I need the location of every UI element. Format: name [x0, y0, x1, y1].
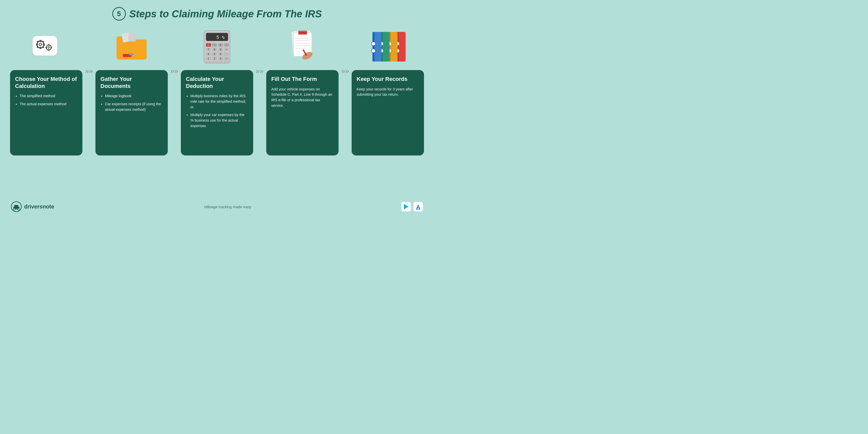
- svg-point-94: [17, 208, 19, 210]
- step-title-4: Fill Out The Form: [271, 75, 334, 83]
- content-area: Choose Your Method of Calculation The si…: [10, 26, 424, 197]
- svg-point-88: [371, 42, 375, 46]
- brand-area: driversnote: [11, 202, 54, 212]
- gear-icon: [30, 31, 63, 63]
- step-col-1: Choose Your Method of Calculation The si…: [10, 26, 82, 155]
- clipboard-icon: [286, 29, 319, 65]
- step-body-3: Multiply business miles by the IRS mile …: [186, 93, 248, 129]
- svg-rect-6: [36, 44, 38, 45]
- step-card-3: Calculate Your Deduction Multiply busine…: [181, 70, 253, 155]
- svg-text:6: 6: [220, 53, 221, 56]
- binders-icon: [368, 31, 407, 63]
- step-card-2: Gather Your Documents Mileage logbook Ca…: [95, 70, 168, 155]
- brand-name: driversnote: [24, 204, 54, 210]
- svg-text:8: 8: [214, 48, 215, 51]
- svg-rect-22: [129, 53, 134, 55]
- svg-rect-0: [32, 36, 58, 56]
- svg-rect-4: [40, 47, 41, 49]
- svg-text:5 %: 5 %: [216, 35, 224, 40]
- arrow-4: »»: [339, 26, 352, 74]
- step-card-4: Fill Out The Form Add your vehicle expen…: [266, 70, 339, 155]
- svg-text:=: =: [226, 57, 227, 60]
- icon-area-2: [115, 26, 148, 68]
- svg-rect-14: [48, 49, 49, 51]
- step-title-5: Keep Your Records: [356, 75, 419, 83]
- svg-text:5: 5: [214, 53, 215, 56]
- svg-rect-15: [51, 47, 52, 48]
- svg-text:C: C: [208, 44, 209, 46]
- svg-rect-16: [45, 47, 47, 48]
- svg-text:4: 4: [208, 53, 209, 56]
- svg-text:+: +: [226, 48, 227, 51]
- svg-rect-92: [14, 205, 18, 208]
- svg-text:×: ×: [220, 44, 221, 46]
- step-body-5: Keep your records for 3 years after subm…: [356, 87, 419, 98]
- arrow-3: »»: [253, 26, 266, 74]
- svg-text:3: 3: [220, 57, 221, 60]
- step-body-2: Mileage logbook Car expenses receipts (i…: [100, 93, 163, 112]
- svg-text:÷: ÷: [214, 44, 215, 46]
- step-number: 5: [117, 10, 121, 18]
- svg-rect-13: [48, 44, 49, 46]
- svg-text:2: 2: [214, 57, 215, 60]
- svg-rect-20: [128, 32, 136, 41]
- svg-text:9: 9: [220, 48, 221, 51]
- step-col-2: Gather Your Documents Mileage logbook Ca…: [95, 26, 168, 155]
- svg-text:−: −: [226, 44, 227, 46]
- svg-rect-44: [218, 61, 223, 63]
- step-card-5: Keep Your Records Keep your records for …: [352, 70, 424, 155]
- svg-point-89: [371, 49, 375, 53]
- svg-rect-45: [224, 61, 229, 63]
- app-icons: A: [401, 202, 423, 212]
- step-col-3: 5 %: [181, 26, 253, 155]
- svg-text:7: 7: [208, 48, 209, 51]
- app-store-icon[interactable]: A: [413, 202, 423, 212]
- icon-area-5: [368, 26, 407, 68]
- step-col-5: Keep Your Records Keep your records for …: [352, 26, 424, 155]
- svg-rect-5: [43, 44, 45, 45]
- icon-area-1: [30, 26, 63, 68]
- step-body-4: Add your vehicle expenses on Schedule C,…: [271, 87, 334, 108]
- page-title: Steps to Claiming Mileage From The IRS: [129, 8, 322, 20]
- folder-icon: [115, 32, 148, 62]
- svg-rect-3: [40, 40, 41, 42]
- icon-area-3: 5 %: [202, 26, 232, 68]
- brand-logo-icon: [11, 202, 22, 212]
- page-wrapper: 5 Steps to Claiming Mileage From The IRS: [0, 0, 434, 217]
- google-play-icon[interactable]: [401, 202, 411, 212]
- calculator-icon: 5 %: [202, 29, 232, 65]
- svg-rect-87: [372, 32, 374, 62]
- step-title-1: Choose Your Method of Calculation: [15, 75, 78, 89]
- svg-rect-38: [224, 52, 229, 56]
- arrow-2: »»: [168, 26, 181, 74]
- tagline: Mileage tracking made easy: [205, 205, 251, 209]
- icon-area-4: [286, 26, 319, 68]
- step-col-4: Fill Out The Form Add your vehicle expen…: [266, 26, 339, 155]
- svg-point-93: [13, 208, 15, 210]
- svg-rect-17: [117, 39, 147, 60]
- step-number-circle: 5: [112, 7, 126, 21]
- svg-text:1: 1: [208, 57, 209, 60]
- footer: driversnote Mileage tracking made easy: [10, 202, 424, 212]
- step-body-1: The simplified method The actual expense…: [15, 93, 78, 107]
- svg-rect-65: [299, 32, 306, 34]
- step-title-2: Gather Your Documents: [100, 75, 163, 89]
- arrow-1: »»: [82, 26, 95, 74]
- svg-rect-43: [206, 61, 217, 63]
- step-card-1: Choose Your Method of Calculation The si…: [10, 70, 82, 155]
- header: 5 Steps to Claiming Mileage From The IRS: [10, 7, 424, 21]
- step-title-3: Calculate Your Deduction: [186, 75, 248, 89]
